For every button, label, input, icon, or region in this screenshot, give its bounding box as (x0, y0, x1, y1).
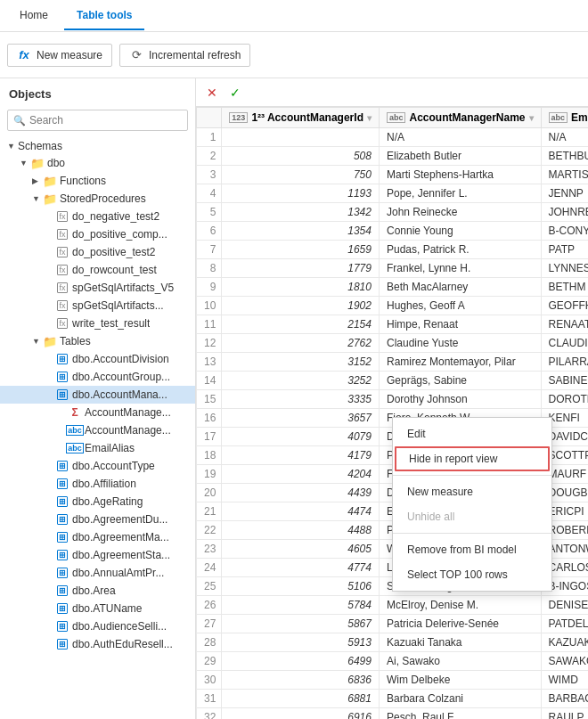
table-row[interactable]: 265784McElroy, Denise M.DENISEO (197, 596, 589, 615)
row-number: 2 (197, 147, 222, 166)
table-row[interactable]: 41193Pope, Jennifer L.JENNP (197, 184, 589, 203)
cell-email: BETHM (541, 278, 588, 297)
tree-item[interactable]: abc EmailAlias (0, 439, 195, 457)
column-header-1[interactable]: abc AccountManagerName ▾ (379, 108, 541, 128)
row-number: 27 (197, 615, 222, 633)
table-row[interactable]: 51342John ReineckeJOHNRE (197, 203, 589, 222)
tree-item[interactable]: ⊞ dbo.Affiliation (0, 475, 195, 493)
tree-item[interactable]: fx spGetSqlArtifacts_V5 (0, 279, 195, 297)
tree-item[interactable]: ⊞ dbo.AccountType (0, 457, 195, 475)
search-input[interactable] (29, 114, 182, 127)
table-row[interactable]: 91810Beth MacAlarneyBETHM (197, 278, 589, 297)
table-row[interactable]: 275867Patricia Delerive-SenéePATDEL (197, 615, 589, 633)
row-number: 32 (197, 708, 222, 720)
context-menu-item-0[interactable]: Edit (393, 421, 551, 446)
table-icon: ⊞ (55, 601, 69, 616)
tree-item[interactable]: fx do_rowcount_test (0, 261, 195, 279)
table-row[interactable]: 112154Himpe, RenaatRENAATH (197, 315, 589, 334)
proc-icon: fx (55, 316, 69, 331)
table-row[interactable]: 285913Kazuaki TanakaKAZUAKIT (197, 633, 589, 652)
tree-item[interactable]: ⊞ dbo.AccountDivision (0, 350, 195, 368)
tree-item-label: dbo.AccountDivision (72, 353, 169, 365)
tree-item-label: Functions (60, 175, 106, 187)
table-row[interactable]: 2508Elizabeth ButlerBETHBU (197, 147, 589, 166)
cell-id: 2762 (222, 334, 380, 353)
tree-item[interactable]: ⊞ dbo.AgreementMa... (0, 528, 195, 546)
cell-name: Dorothy Johnson (379, 390, 541, 409)
table-row[interactable]: 143252Geprägs, SabineSABINEG (197, 372, 589, 390)
context-menu-item-2[interactable]: New measure (393, 479, 551, 504)
table-row[interactable]: 326916Pesch, Raul F.RAULP (197, 708, 589, 720)
cell-id: 3335 (222, 390, 380, 409)
tree-item-label: dbo.AccountGroup... (72, 371, 170, 383)
tree-item[interactable]: fx do_positive_comp... (0, 225, 195, 243)
table-row[interactable]: 122762Claudine YusteCLAUDINY (197, 334, 589, 353)
cell-email: SAWAKOA (541, 652, 588, 671)
tree-item-label: dbo.ATUName (72, 602, 142, 615)
table-row[interactable]: 306836Wim DelbekeWIMD (197, 671, 589, 690)
tree-item[interactable]: ⊞ dbo.ATUName (0, 600, 195, 617)
context-menu-item-1[interactable]: Hide in report view (395, 446, 550, 471)
confirm-formula-button[interactable]: ✓ (226, 86, 244, 100)
column-header-0[interactable]: 123 1²³ AccountManagerId ▾ (222, 108, 380, 128)
table-row[interactable]: 133152Ramirez Montemayor, PilarPILARRA (197, 353, 589, 372)
context-menu-item-4[interactable]: Remove from BI model (393, 537, 551, 562)
tab-table-tools[interactable]: Table tools (64, 2, 144, 30)
tree-item[interactable]: ⊞ dbo.AccountGroup... (0, 368, 195, 386)
proc-icon: fx (55, 263, 69, 277)
cell-name: Frankel, Lynne H. (379, 259, 541, 278)
cell-email: WIMD (541, 671, 588, 690)
tree-item[interactable]: ▼ 📁 StoredProcedures (0, 190, 195, 208)
column-header-2[interactable]: abc EmailAlias ▾ (541, 108, 588, 128)
cell-name: Geprägs, Sabine (379, 372, 541, 390)
table-row[interactable]: 81779Frankel, Lynne H.LYNNEST (197, 259, 589, 278)
cell-email: RENAATH (541, 315, 588, 334)
cell-id: 2154 (222, 315, 380, 334)
new-measure-button[interactable]: fx New measure (7, 44, 112, 67)
cell-id: 5913 (222, 633, 380, 652)
tree-item[interactable]: Σ AccountManage... (0, 404, 195, 421)
tree-item[interactable]: ▼ 📁 dbo (0, 154, 195, 172)
context-menu-item-5[interactable]: Select TOP 100 rows (393, 562, 551, 587)
table-row[interactable]: 61354Connie YoungB-CONYOUNG (197, 222, 589, 241)
table-row[interactable]: 3750Marti Stephens-HartkaMARTISH (197, 166, 589, 184)
row-number: 12 (197, 334, 222, 353)
tree-item[interactable]: ▶ 📁 Functions (0, 172, 195, 190)
tree-item[interactable]: fx do_positive_test2 (0, 243, 195, 261)
cell-id: 3252 (222, 372, 380, 390)
cancel-formula-button[interactable]: ✕ (203, 86, 221, 100)
tree-item[interactable]: fx do_negative_test2 (0, 208, 195, 225)
tree-item[interactable]: ⊞ dbo.AnnualAmtPr... (0, 564, 195, 582)
tree-item[interactable]: ⊞ dbo.AgeRating (0, 493, 195, 511)
tree-item[interactable]: ⊞ dbo.AgreementSta... (0, 546, 195, 564)
tree-item-label: Tables (60, 335, 91, 347)
row-number: 9 (197, 278, 222, 297)
tree-item[interactable]: ▼ 📁 Tables (0, 332, 195, 350)
incremental-refresh-button[interactable]: ⟳ Incremental refresh (119, 44, 250, 67)
chevron-icon: ▶ (32, 176, 43, 185)
tree-item[interactable]: ⊞ dbo.AgreementDu... (0, 511, 195, 528)
table-row[interactable]: 296499Ai, SawakoSAWAKOA (197, 652, 589, 671)
tree-item[interactable]: ⊞ dbo.AccountMana... (0, 386, 195, 404)
table-row[interactable]: 71659Pudas, Patrick R.PATP (197, 241, 589, 259)
tree-item[interactable]: ⊞ dbo.AuthEduResell... (0, 635, 195, 653)
tree-item[interactable]: ⊞ dbo.AudienceSelli... (0, 617, 195, 635)
table-row[interactable]: 316881Barbara ColzaniBARBACO (197, 690, 589, 708)
tree-item[interactable]: ⊞ dbo.Area (0, 582, 195, 600)
tree-item[interactable]: abc AccountManage... (0, 421, 195, 439)
cell-id: 6499 (222, 652, 380, 671)
cell-id: 1354 (222, 222, 380, 241)
search-box[interactable]: 🔍 (7, 110, 188, 131)
tab-home[interactable]: Home (7, 2, 61, 30)
cell-id: 750 (222, 166, 380, 184)
menu-divider-2 (393, 533, 551, 534)
tree-item[interactable]: fx spGetSqlArtifacts... (0, 297, 195, 315)
main-area: Objects 🔍 ▼ Schemas ▼ 📁 dbo ▶ 📁 Function… (0, 78, 588, 719)
table-row[interactable]: 1N/AN/A (197, 128, 589, 147)
table-row[interactable]: 153335Dorothy JohnsonDOROTHYJ (197, 390, 589, 409)
tree-item[interactable]: fx write_test_result (0, 315, 195, 332)
table-row[interactable]: 101902Hughes, Geoff AGEOFFHU (197, 297, 589, 315)
data-table-wrapper[interactable]: 123 1²³ AccountManagerId ▾abc AccountMan… (196, 107, 588, 719)
tree-item[interactable]: ▼ Schemas (0, 138, 195, 154)
cell-email: LYNNEST (541, 259, 588, 278)
